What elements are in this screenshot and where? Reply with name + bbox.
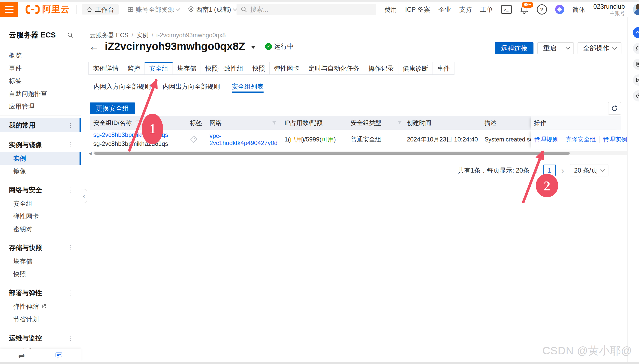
section-more-icon[interactable] xyxy=(67,334,73,342)
sidebar-item-security-groups[interactable]: 安全组 xyxy=(0,197,81,210)
next-page-icon[interactable]: › xyxy=(561,166,564,175)
account-resources-selector[interactable]: 账号全部资源 xyxy=(127,5,179,14)
avatar[interactable] xyxy=(633,4,639,15)
scrollbar-thumb[interactable] xyxy=(94,152,570,155)
sidebar-section-deploy-elasticity[interactable]: 部署与弹性 xyxy=(0,286,81,300)
security-group-id-link[interactable]: sg-2vc8hb3bpmikha2u61qs xyxy=(93,131,168,139)
table-header: 安全组ID/名称 标签 网络 IP占用数/配额 安全组类型 创建时间 描述 操作 xyxy=(90,116,621,130)
notifications-bell-icon[interactable]: 99+ xyxy=(520,5,529,14)
tab-eni[interactable]: 弹性网卡 xyxy=(269,62,304,75)
change-security-group-button[interactable]: 更换安全组 xyxy=(90,102,135,114)
sidebar-section-storage-snapshots[interactable]: 存储与快照 xyxy=(0,241,81,255)
docs-icon[interactable] xyxy=(633,59,639,70)
account-info[interactable]: 023runclub 主账号 xyxy=(593,3,625,16)
sidebar-section-instances-images[interactable]: 实例与镜像 xyxy=(0,138,81,152)
subtab-inbound-rules[interactable]: 内网入方向全部规则 xyxy=(94,80,151,93)
all-operations-button[interactable]: 全部操作 xyxy=(578,42,621,54)
restart-dropdown-caret[interactable] xyxy=(562,47,573,50)
section-more-icon[interactable] xyxy=(67,122,73,129)
sidebar-item-savings-plan[interactable]: 节省计划 xyxy=(0,313,81,326)
clone-security-group-link[interactable]: 克隆安全组 xyxy=(562,135,599,144)
language-selector[interactable]: 简体 xyxy=(572,5,585,14)
aliyun-logo[interactable]: 阿里云 xyxy=(25,4,70,15)
tag-icon[interactable] xyxy=(190,136,198,143)
sidebar-item-snapshots[interactable]: 快照 xyxy=(0,268,81,280)
monitor-widget-icon[interactable] xyxy=(633,27,639,38)
sidebar-collapse-handle[interactable] xyxy=(81,189,87,203)
breadcrumb-ecs[interactable]: 云服务器 ECS xyxy=(90,31,128,39)
tab-snapshot-consistency-groups[interactable]: 快照一致性组 xyxy=(201,62,248,75)
scrollbar-track[interactable] xyxy=(93,151,627,155)
tab-snapshots[interactable]: 快照 xyxy=(248,62,270,75)
filter-icon[interactable] xyxy=(272,120,277,125)
sidebar-item-block-storage[interactable]: 块存储 xyxy=(0,255,81,268)
assistant-star-icon[interactable] xyxy=(555,5,564,14)
restart-button[interactable]: 重启 xyxy=(538,44,562,53)
workbench-label: 工作台 xyxy=(95,5,114,14)
sidebar-item-keypairs[interactable]: 密钥对 xyxy=(0,223,81,235)
sidebar-search-icon[interactable] xyxy=(67,32,73,38)
copy-icon[interactable] xyxy=(134,120,140,126)
section-more-icon[interactable] xyxy=(67,186,73,193)
topbar: 阿里云 工作台 账号全部资源 西南1 (成都) 费用 ICP 备案 企业 支持 xyxy=(0,2,639,17)
section-more-icon[interactable] xyxy=(67,289,73,296)
sidebar-item-images[interactable]: 镜像 xyxy=(0,165,81,177)
tab-block-storage[interactable]: 块存储 xyxy=(173,62,201,75)
sidebar-item-instances[interactable]: 实例 xyxy=(0,152,81,165)
page-size-selector[interactable]: 20 条/页 xyxy=(570,164,608,176)
switch-version-icon[interactable]: ⇌ xyxy=(18,351,25,360)
hamburger-menu-button[interactable] xyxy=(0,2,18,17)
tab-health-diagnosis[interactable]: 健康诊断 xyxy=(398,62,433,75)
subtab-outbound-rules[interactable]: 内网出方向全部规则 xyxy=(163,80,220,93)
tab-events[interactable]: 事件 xyxy=(433,62,454,75)
page-number-button[interactable]: 1 xyxy=(543,164,556,176)
filter-icon[interactable] xyxy=(397,120,402,125)
help-icon[interactable]: ? xyxy=(537,4,547,15)
breadcrumb-instances[interactable]: 实例 xyxy=(136,31,149,39)
sidebar-item-troubleshoot[interactable]: 自助问题排查 xyxy=(0,87,81,100)
manage-instances-link[interactable]: 管理实例 xyxy=(599,135,627,144)
tab-security-groups[interactable]: 安全组 xyxy=(145,62,173,75)
breadcrumb: 云服务器 ECS / 实例 / i-2vcirnyoh93mwhgo0qx8 xyxy=(90,31,226,39)
cloudshell-icon[interactable]: >_ xyxy=(501,5,512,14)
menu-tickets[interactable]: 工单 xyxy=(480,5,493,14)
title-dropdown-caret[interactable] xyxy=(251,46,256,49)
tab-monitoring[interactable]: 监控 xyxy=(123,62,145,75)
workbench-button[interactable]: 工作台 xyxy=(82,4,119,15)
tab-scheduled-tasks[interactable]: 定时与自动化任务 xyxy=(304,62,364,75)
vpc-link[interactable]: vpc-2vc1hudktk4p490427y0d xyxy=(210,132,278,147)
subtab-security-group-list[interactable]: 安全组列表 xyxy=(232,80,264,93)
sidebar-item-tags[interactable]: 标签 xyxy=(0,74,81,87)
feedback-icon[interactable] xyxy=(55,352,62,359)
menu-enterprise[interactable]: 企业 xyxy=(438,5,451,14)
sidebar-section-favorites[interactable]: 我的常用 xyxy=(0,118,81,132)
sidebar-item-app-management[interactable]: 应用管理 xyxy=(0,100,81,113)
sidebar-item-events[interactable]: 事件 xyxy=(0,62,81,74)
tab-instance-details[interactable]: 实例详情 xyxy=(88,62,123,75)
menu-billing[interactable]: 费用 xyxy=(384,5,397,14)
refresh-button[interactable] xyxy=(608,102,621,115)
manage-rules-link[interactable]: 管理规则 xyxy=(534,135,562,144)
sidebar-item-eni[interactable]: 弹性网卡 xyxy=(0,210,81,223)
search-input[interactable] xyxy=(250,6,372,14)
section-more-icon[interactable] xyxy=(67,141,73,148)
sidebar-item-cloud-assistant[interactable]: 云助手 xyxy=(0,345,81,349)
tab-operation-records[interactable]: 操作记录 xyxy=(364,62,398,75)
back-arrow-icon[interactable]: ← xyxy=(89,41,99,51)
global-search[interactable] xyxy=(237,4,376,15)
sidebar-item-autoscaling[interactable]: 弹性伸缩 xyxy=(0,300,81,313)
prev-page-icon[interactable]: ‹ xyxy=(535,166,538,175)
menu-icp[interactable]: ICP 备案 xyxy=(405,5,430,14)
region-selector[interactable]: 西南1 (成都) xyxy=(188,5,237,14)
menu-support[interactable]: 支持 xyxy=(459,5,472,14)
sidebar-section-ops-monitoring[interactable]: 运维与监控 xyxy=(0,331,81,345)
section-more-icon[interactable] xyxy=(67,244,73,251)
support-headset-icon[interactable] xyxy=(633,43,639,54)
scroll-left-arrow[interactable]: ◀ xyxy=(89,151,92,155)
history-clock-icon[interactable] xyxy=(633,90,639,101)
sidebar-item-overview[interactable]: 概览 xyxy=(0,49,81,62)
divider xyxy=(76,5,77,14)
sidebar-section-network-security[interactable]: 网络与安全 xyxy=(0,183,81,197)
remote-connect-button[interactable]: 远程连接 xyxy=(495,42,533,54)
checklist-icon[interactable] xyxy=(633,74,639,86)
